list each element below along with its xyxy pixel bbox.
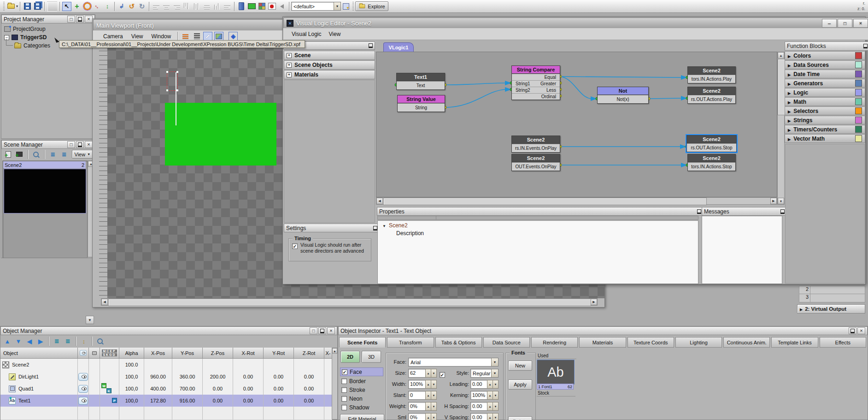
new-font-button[interactable]: New	[508, 361, 532, 371]
tree-item-projectgroup[interactable]: ProjectGroup	[4, 26, 46, 32]
leading-spinner[interactable]: 0.00▲▼	[470, 380, 499, 389]
scroll-up-button[interactable]: ▲	[332, 348, 337, 354]
expander-icon[interactable]	[788, 80, 791, 87]
scale-tool-button[interactable]: ↔	[93, 2, 102, 11]
node-string-value[interactable]: String Value String	[397, 95, 445, 112]
dropdown-caret-icon[interactable]: ▼	[491, 369, 498, 377]
node-text1[interactable]: Text1 Text	[396, 73, 445, 90]
scene-thumbnail[interactable]	[4, 169, 86, 213]
column-object[interactable]: Object	[0, 348, 78, 359]
tab-continuous-anim[interactable]: Continuous Anim.	[723, 337, 770, 348]
weight-value[interactable]: 0%	[408, 402, 426, 411]
tab-materials[interactable]: Materials	[579, 337, 626, 348]
minimize-button[interactable]	[822, 19, 837, 28]
kerning-value[interactable]: 100%	[470, 391, 487, 400]
column-flags[interactable]: MCEP SKGD	[100, 348, 119, 359]
tree-item-categories[interactable]: Categories	[14, 42, 50, 49]
node-string-compare[interactable]: String Compare Equal String1Greater Stri…	[511, 65, 560, 100]
node-port-row[interactable]: OUT.Events.OnPlay	[512, 162, 560, 171]
visibility-cell[interactable]	[78, 359, 89, 371]
panel-button[interactable]	[237, 2, 246, 11]
tab-tabs-options[interactable]: Tabs & Options	[435, 337, 482, 348]
expand-icon[interactable]: +	[287, 53, 292, 58]
add-scene-group-button[interactable]: +	[15, 150, 23, 159]
expander-icon[interactable]	[788, 62, 791, 68]
expander-icon[interactable]	[800, 306, 803, 312]
node-not[interactable]: Not Not(x)	[597, 87, 649, 104]
column-xscale[interactable]: X-	[324, 348, 332, 359]
layer-face-row[interactable]: Face	[340, 367, 383, 376]
link-size-checkbox[interactable]	[440, 372, 445, 378]
spin-down-icon[interactable]: ▼	[493, 391, 499, 400]
scroll-up-button[interactable]: ▲	[778, 52, 784, 59]
fb-category-vector-math[interactable]: Vector Math	[785, 134, 865, 143]
column-yrot[interactable]: Y-Rot	[264, 348, 294, 359]
layer-neon-row[interactable]: Neon	[340, 394, 383, 403]
column-lock[interactable]	[89, 348, 100, 359]
select-tool-button[interactable]: ↖	[62, 2, 71, 11]
expand-icon[interactable]: +	[287, 63, 292, 68]
kerning-spinner[interactable]: 100%▲▼	[470, 391, 499, 400]
align-center-button[interactable]	[162, 2, 171, 11]
layout-mosaic-button[interactable]	[257, 2, 266, 11]
move-right-button[interactable]: ▶	[36, 337, 45, 346]
pin-icon[interactable]	[780, 209, 785, 214]
node-scene2-out-actions-stop[interactable]: Scene2 rs.OUT.Actions.Stop	[686, 135, 737, 152]
object-row-scene2[interactable]: Scene2 100.0	[0, 359, 332, 371]
node-port-row[interactable]: Ordinal	[512, 93, 560, 100]
tab-effects[interactable]: Effects	[820, 337, 866, 348]
lock-cell[interactable]	[89, 359, 100, 371]
expander-icon[interactable]	[788, 126, 791, 133]
move-left-button[interactable]: ◀	[25, 337, 34, 346]
smlcaps-spinner[interactable]: 0%▲▼	[408, 413, 437, 420]
expand-icon[interactable]: +	[287, 72, 292, 77]
slant-value[interactable]: 0	[408, 391, 426, 400]
vspacing-value[interactable]: 0.00	[470, 413, 487, 420]
scroll-right-button[interactable]: ▶	[591, 299, 597, 305]
delete-font-button[interactable]: Delete	[508, 416, 532, 420]
dimension-3d-button[interactable]: 3D	[362, 351, 381, 363]
size-spinner[interactable]: 62▲▼	[408, 369, 437, 378]
leading-value[interactable]: 0.00	[470, 380, 487, 389]
vl-run-after-checkbox[interactable]	[292, 243, 298, 249]
menu-window[interactable]: Window	[147, 32, 175, 41]
vscroll-thumb[interactable]	[778, 59, 785, 115]
hspacing-spinner[interactable]: 0.00▲▼	[470, 402, 499, 411]
selection-handle[interactable]	[176, 89, 178, 91]
redo-button[interactable]: ↻	[137, 2, 147, 11]
fb-category-math[interactable]: Math	[785, 97, 865, 106]
column-xpos[interactable]: X-Pos	[144, 348, 172, 359]
pin-icon[interactable]	[369, 43, 373, 48]
selection-handle[interactable]	[176, 71, 178, 73]
distribute-h-button[interactable]	[192, 2, 201, 11]
spin-down-icon[interactable]: ▼	[493, 413, 499, 420]
node-title[interactable]: Scene2	[512, 154, 560, 162]
node-scene2-in-actions-play[interactable]: Scene2 tors.IN.Actions.Play	[687, 66, 736, 83]
expand-tree-button[interactable]: ≣	[52, 337, 61, 346]
neon-checkbox[interactable]	[341, 396, 347, 402]
scroll-left-button[interactable]: ◀	[101, 299, 108, 305]
menu-camera[interactable]: Camera	[100, 32, 127, 41]
spin-down-icon[interactable]: ▼	[431, 391, 437, 400]
node-scene2-out-events-onplay[interactable]: Scene2 OUT.Events.OnPlay	[511, 154, 560, 171]
draw-tool-button[interactable]	[203, 32, 212, 41]
tab-vlogic1[interactable]: VLogic1	[383, 42, 414, 52]
preset-combobox[interactable]: <default> ▼	[291, 2, 341, 11]
close-button[interactable]	[327, 327, 335, 334]
align-top-button[interactable]	[182, 2, 191, 11]
tab-template-links[interactable]: Template Links	[771, 337, 818, 348]
output-row-2[interactable]: 2	[799, 286, 865, 294]
axis-tool-button[interactable]: ↕	[103, 2, 112, 11]
float-button[interactable]	[67, 16, 75, 23]
tab-data-source[interactable]: Data Source	[483, 337, 530, 348]
face-checkbox[interactable]	[342, 369, 347, 375]
list-view-button[interactable]: ≣	[48, 150, 57, 159]
dimension-2d-button[interactable]: 2D	[340, 351, 360, 363]
publish-button[interactable]: ▼	[341, 2, 351, 11]
node-title[interactable]: Scene2	[512, 136, 560, 144]
import-button[interactable]: ↲	[117, 2, 126, 11]
node-port-row[interactable]: Text	[397, 81, 445, 89]
blank-tool-button[interactable]	[47, 1, 57, 12]
hspacing-value[interactable]: 0.00	[470, 402, 487, 411]
menu-view[interactable]: View	[325, 30, 345, 38]
